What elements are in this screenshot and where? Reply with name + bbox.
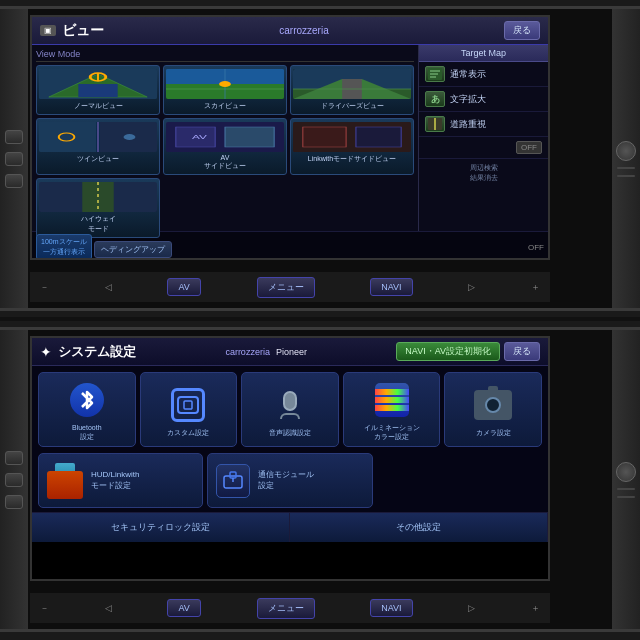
tile-normal-label: ノーマルビュー — [39, 101, 157, 111]
device-container: ▣ ビュー carrozzeria 戻る View Mode — [0, 0, 640, 640]
unit-gap — [0, 317, 640, 321]
scale-btn[interactable]: 100mスケール一方通行表示 — [36, 234, 92, 260]
sys-title: システム設定 — [58, 343, 136, 361]
view-mode-section: View Mode — [32, 45, 548, 231]
comm-label: 通信モジュール設定 — [258, 470, 314, 491]
road-priority-icon — [425, 116, 445, 132]
illum-tile[interactable]: イルミネーションカラー設定 — [343, 372, 441, 447]
top-ctrl-plus[interactable]: ＋ — [531, 281, 540, 294]
hw-left — [0, 9, 28, 308]
illum-stripe-2 — [375, 397, 409, 403]
settings-row2: HUD/Linkwithモード設定 通信モジュール設定 — [32, 453, 548, 512]
tile-av-side[interactable]: AV AVサイドビュー — [163, 118, 287, 175]
view-mode-right: Target Map 通常表示 あ 文字拡大 — [418, 45, 548, 231]
tile-linkwith-img — [293, 122, 411, 152]
empty-slot — [377, 453, 542, 508]
tile-twin[interactable]: ツインビュー — [36, 118, 160, 175]
tile-normal[interactable]: ノーマルビュー — [36, 65, 160, 115]
sys-back-btn[interactable]: 戻る — [504, 342, 540, 361]
hw-knob-top[interactable] — [616, 141, 636, 161]
tile-highway[interactable]: ハイウェイモード — [36, 178, 160, 238]
top-ctrl-minus[interactable]: － — [40, 281, 49, 294]
cam-lens — [485, 397, 501, 413]
illum-stripe-3 — [375, 405, 409, 411]
security-lock-btn[interactable]: セキュリティロック設定 — [32, 513, 290, 542]
sys-other-btn[interactable]: その他設定 — [290, 513, 548, 542]
hud-label: HUD/Linkwithモード設定 — [91, 470, 139, 491]
tile-highway-img — [39, 182, 157, 212]
hud-tile[interactable]: HUD/Linkwithモード設定 — [38, 453, 203, 508]
display-normal-icon — [425, 66, 445, 82]
bottom-brand: carrozzeria — [225, 347, 270, 357]
tile-av-side-label: AVサイドビュー — [166, 154, 284, 171]
unit-top: ▣ ビュー carrozzeria 戻る View Mode — [0, 6, 640, 311]
hw-button-1[interactable] — [5, 130, 23, 144]
camera-tile[interactable]: カメラ設定 — [444, 372, 542, 447]
bluetooth-tile[interactable]: Bluetooth設定 — [38, 372, 136, 447]
text-enlarge-char: あ — [431, 93, 440, 106]
bottom-ctrl-right[interactable]: ▷ — [468, 603, 475, 613]
bluetooth-icon — [70, 383, 104, 417]
hw-right-top — [612, 9, 640, 308]
tile-linkwith[interactable]: Linkwithモードサイドビュー — [290, 118, 414, 175]
display-normal-label: 通常表示 — [450, 68, 486, 81]
hw-button-2[interactable] — [5, 152, 23, 166]
tile-av-side-img: AV — [166, 122, 284, 152]
hw-button-3[interactable] — [5, 174, 23, 188]
top-ctrl-right[interactable]: ▷ — [468, 282, 475, 292]
text-enlarge-icon: あ — [425, 91, 445, 107]
top-ctrl-left[interactable]: ◁ — [105, 282, 112, 292]
off-toggle[interactable]: OFF — [419, 137, 548, 159]
svg-rect-2 — [78, 84, 117, 97]
bottom-ctrl-plus[interactable]: ＋ — [531, 602, 540, 615]
hw-knob-bottom[interactable] — [616, 462, 636, 482]
comm-tile[interactable]: 通信モジュール設定 — [207, 453, 372, 508]
off-label-scale: OFF — [528, 243, 544, 252]
view-mode-label: View Mode — [36, 49, 414, 62]
bottom-navi-btn[interactable]: NAVI — [370, 599, 412, 617]
camera-icon — [474, 390, 512, 420]
hw-button-b2[interactable] — [5, 473, 23, 487]
svg-point-19 — [124, 134, 136, 140]
bottom-av-btn[interactable]: AV — [167, 599, 200, 617]
comm-icon — [216, 464, 250, 498]
tile-driver-img — [293, 69, 411, 99]
navi-av-init-btn[interactable]: NAVI・AV設定初期化 — [396, 342, 500, 361]
tile-sky-img — [166, 69, 284, 99]
svg-rect-37 — [184, 401, 192, 409]
voice-tile[interactable]: 音声認識設定 — [241, 372, 339, 447]
custom-tile[interactable]: カスタム設定 — [140, 372, 238, 447]
mic-stand — [280, 413, 300, 419]
bottom-control-bar: － ◁ AV メニュー NAVI ▷ ＋ — [30, 593, 550, 623]
tile-twin-img — [39, 122, 157, 152]
hw-button-b1[interactable] — [5, 451, 23, 465]
top-navi-btn[interactable]: NAVI — [370, 278, 412, 296]
bluetooth-icon-area — [68, 381, 106, 419]
off-badge: OFF — [516, 141, 542, 154]
target-map-header: Target Map — [419, 45, 548, 62]
top-screen: ▣ ビュー carrozzeria 戻る View Mode — [30, 15, 550, 260]
cam-bump — [488, 386, 498, 392]
display-normal-btn[interactable]: 通常表示 — [419, 62, 548, 87]
top-back-button[interactable]: 戻る — [504, 21, 540, 40]
view-mode-left: View Mode — [32, 45, 418, 231]
hw-line-1 — [617, 167, 635, 169]
voice-label: 音声認識設定 — [269, 428, 311, 437]
text-enlarge-btn[interactable]: あ 文字拡大 — [419, 87, 548, 112]
bottom-ctrl-left[interactable]: ◁ — [105, 603, 112, 613]
hw-left-bottom — [0, 330, 28, 629]
bottom-ctrl-minus[interactable]: － — [40, 602, 49, 615]
svg-rect-36 — [178, 397, 198, 413]
sys-bottom-row: セキュリティロック設定 その他設定 — [32, 512, 548, 542]
tile-sky[interactable]: スカイビュー — [163, 65, 287, 115]
hw-button-b3[interactable] — [5, 495, 23, 509]
bottom-menu-btn[interactable]: メニュー — [257, 598, 315, 619]
tile-normal-img — [39, 69, 157, 99]
top-menu-btn[interactable]: メニュー — [257, 277, 315, 298]
svg-rect-15 — [39, 122, 96, 152]
heading-up-btn[interactable]: ヘディングアップ — [94, 241, 172, 258]
top-av-btn[interactable]: AV — [167, 278, 200, 296]
road-priority-btn[interactable]: 道路重視 — [419, 112, 548, 137]
tile-driver[interactable]: ドライバーズビュー — [290, 65, 414, 115]
illum-icon — [375, 383, 409, 417]
